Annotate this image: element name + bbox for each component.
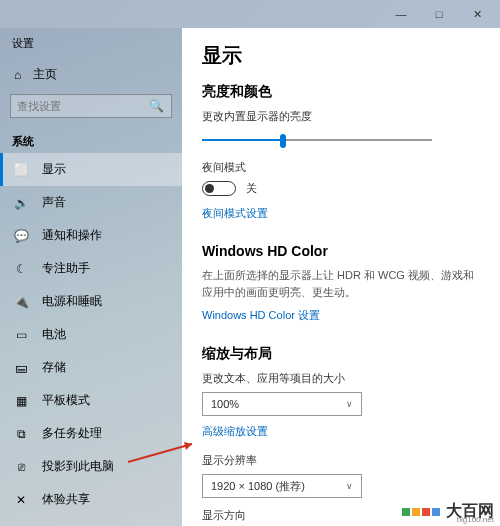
night-mode-label: 夜间模式 — [202, 160, 480, 175]
content-area: 显示 亮度和颜色 更改内置显示器的亮度 夜间模式 关 夜间模式设置 Window… — [182, 28, 500, 526]
nav-icon: 🔌 — [14, 295, 28, 309]
nav-icon: ✕ — [14, 493, 28, 507]
chevron-down-icon: ∨ — [346, 481, 353, 491]
sidebar-item-11[interactable]: 📋剪贴板 — [0, 516, 182, 526]
sidebar-item-8[interactable]: ⧉多任务处理 — [0, 417, 182, 450]
slider-thumb[interactable] — [280, 134, 286, 148]
nav-icon: ⬜ — [14, 163, 28, 177]
nav-label: 多任务处理 — [42, 425, 102, 442]
app-name: 设置 — [0, 28, 182, 59]
nav-label: 声音 — [42, 194, 66, 211]
sidebar-item-7[interactable]: ▦平板模式 — [0, 384, 182, 417]
nav-label: 平板模式 — [42, 392, 90, 409]
minimize-button[interactable]: — — [394, 7, 408, 21]
night-mode-toggle[interactable] — [202, 181, 236, 196]
home-label: 主页 — [33, 66, 57, 83]
scale-heading: 缩放与布局 — [202, 345, 480, 363]
hdcolor-heading: Windows HD Color — [202, 243, 480, 259]
nav-label: 存储 — [42, 359, 66, 376]
page-title: 显示 — [202, 42, 480, 69]
watermark-logo — [402, 508, 440, 516]
resolution-value: 1920 × 1080 (推荐) — [211, 479, 305, 494]
home-link[interactable]: ⌂ 主页 — [0, 59, 182, 90]
sidebar-item-10[interactable]: ✕体验共享 — [0, 483, 182, 516]
nav-label: 投影到此电脑 — [42, 458, 114, 475]
scale-label: 更改文本、应用等项目的大小 — [202, 371, 480, 386]
resolution-label: 显示分辨率 — [202, 453, 480, 468]
search-icon: 🔍 — [149, 99, 164, 113]
maximize-button[interactable]: □ — [432, 7, 446, 21]
sidebar-item-2[interactable]: 💬通知和操作 — [0, 219, 182, 252]
scale-value: 100% — [211, 398, 239, 410]
night-mode-state: 关 — [246, 181, 257, 196]
brightness-label: 更改内置显示器的亮度 — [202, 109, 480, 124]
nav-icon: ⧉ — [14, 427, 28, 441]
sidebar-item-4[interactable]: 🔌电源和睡眠 — [0, 285, 182, 318]
resolution-combo[interactable]: 1920 × 1080 (推荐) ∨ — [202, 474, 362, 498]
nav-icon: ⎚ — [14, 460, 28, 474]
nav-icon: ▭ — [14, 328, 28, 342]
brightness-slider[interactable] — [202, 130, 432, 150]
section-label: 系统 — [0, 128, 182, 153]
search-input[interactable] — [10, 94, 172, 118]
sidebar-item-9[interactable]: ⎚投影到此电脑 — [0, 450, 182, 483]
sidebar: 设置 ⌂ 主页 🔍 系统 ⬜显示🔊声音💬通知和操作☾专注助手🔌电源和睡眠▭电池🖴… — [0, 28, 182, 526]
brightness-heading: 亮度和颜色 — [202, 83, 480, 101]
hdcolor-desc: 在上面所选择的显示器上让 HDR 和 WCG 视频、游戏和应用中的画面更明亮、更… — [202, 267, 480, 300]
nav-label: 电池 — [42, 326, 66, 343]
scale-combo[interactable]: 100% ∨ — [202, 392, 362, 416]
nav-icon: 🔊 — [14, 196, 28, 210]
advanced-scale-link[interactable]: 高级缩放设置 — [202, 424, 268, 439]
sidebar-item-0[interactable]: ⬜显示 — [0, 153, 182, 186]
titlebar: — □ ✕ — [0, 0, 500, 28]
sidebar-item-1[interactable]: 🔊声音 — [0, 186, 182, 219]
watermark: 大百网 big100.net — [402, 501, 494, 522]
chevron-down-icon: ∨ — [346, 399, 353, 409]
nav-icon: ▦ — [14, 394, 28, 408]
nav-icon: 💬 — [14, 229, 28, 243]
sidebar-item-6[interactable]: 🖴存储 — [0, 351, 182, 384]
watermark-sub: big100.net — [457, 515, 494, 524]
hdcolor-settings-link[interactable]: Windows HD Color 设置 — [202, 308, 320, 323]
sidebar-item-5[interactable]: ▭电池 — [0, 318, 182, 351]
nav-label: 通知和操作 — [42, 227, 102, 244]
close-button[interactable]: ✕ — [470, 7, 484, 21]
nav-label: 电源和睡眠 — [42, 293, 102, 310]
night-mode-settings-link[interactable]: 夜间模式设置 — [202, 206, 268, 221]
nav-icon: 🖴 — [14, 361, 28, 375]
nav-label: 体验共享 — [42, 491, 90, 508]
nav-label: 显示 — [42, 161, 66, 178]
home-icon: ⌂ — [14, 68, 21, 82]
nav-label: 专注助手 — [42, 260, 90, 277]
sidebar-item-3[interactable]: ☾专注助手 — [0, 252, 182, 285]
nav-icon: ☾ — [14, 262, 28, 276]
